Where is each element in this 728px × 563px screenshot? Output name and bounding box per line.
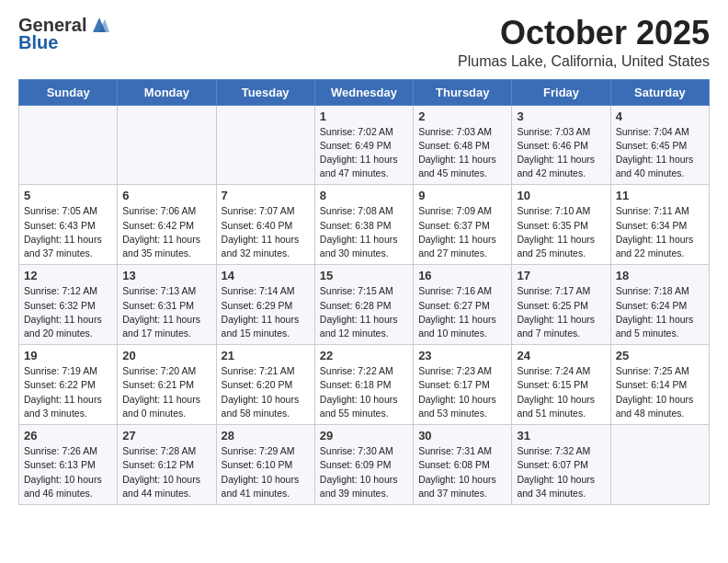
calendar-week-row: 19Sunrise: 7:19 AM Sunset: 6:22 PM Dayli… [19,345,710,425]
day-number: 30 [418,429,506,442]
logo: General Blue [18,15,109,53]
day-number: 14 [222,269,310,282]
day-info: Sunrise: 7:31 AM Sunset: 6:08 PM Dayligh… [418,444,506,500]
day-number: 4 [616,109,704,123]
day-number: 17 [517,269,605,282]
calendar-cell: 13Sunrise: 7:13 AM Sunset: 6:31 PM Dayli… [118,265,216,345]
calendar-table: SundayMondayTuesdayWednesdayThursdayFrid… [18,79,710,505]
day-number: 2 [418,109,506,123]
calendar-cell: 19Sunrise: 7:19 AM Sunset: 6:22 PM Dayli… [19,345,118,425]
calendar-cell [610,425,709,505]
day-info: Sunrise: 7:08 AM Sunset: 6:38 PM Dayligh… [320,204,408,260]
day-number: 8 [320,189,408,202]
day-number: 29 [320,429,408,442]
day-number: 11 [616,189,704,202]
logo-blue: Blue [18,32,58,53]
calendar-cell [118,105,216,185]
day-info: Sunrise: 7:25 AM Sunset: 6:14 PM Dayligh… [616,364,704,420]
day-info: Sunrise: 7:05 AM Sunset: 6:43 PM Dayligh… [24,204,112,260]
day-info: Sunrise: 7:14 AM Sunset: 6:29 PM Dayligh… [222,284,310,340]
calendar-cell: 7Sunrise: 7:07 AM Sunset: 6:40 PM Daylig… [216,185,314,265]
day-info: Sunrise: 7:13 AM Sunset: 6:31 PM Dayligh… [122,284,210,340]
calendar-cell: 17Sunrise: 7:17 AM Sunset: 6:25 PM Dayli… [512,265,610,345]
calendar-cell: 21Sunrise: 7:21 AM Sunset: 6:20 PM Dayli… [216,345,314,425]
day-number: 12 [24,269,112,282]
calendar-cell: 10Sunrise: 7:10 AM Sunset: 6:35 PM Dayli… [512,185,610,265]
day-info: Sunrise: 7:21 AM Sunset: 6:20 PM Dayligh… [222,364,310,420]
day-number: 28 [222,429,310,442]
day-info: Sunrise: 7:07 AM Sunset: 6:40 PM Dayligh… [222,204,310,260]
day-info: Sunrise: 7:02 AM Sunset: 6:49 PM Dayligh… [320,125,408,181]
calendar-cell: 6Sunrise: 7:06 AM Sunset: 6:42 PM Daylig… [118,185,216,265]
calendar-cell: 26Sunrise: 7:26 AM Sunset: 6:13 PM Dayli… [19,425,118,505]
day-of-week-header: Wednesday [314,79,413,105]
day-of-week-header: Friday [512,79,610,105]
day-of-week-header: Monday [118,79,216,105]
day-info: Sunrise: 7:16 AM Sunset: 6:27 PM Dayligh… [418,284,506,340]
day-info: Sunrise: 7:23 AM Sunset: 6:17 PM Dayligh… [418,364,506,420]
calendar-cell: 15Sunrise: 7:15 AM Sunset: 6:28 PM Dayli… [314,265,413,345]
calendar-cell: 9Sunrise: 7:09 AM Sunset: 6:37 PM Daylig… [414,185,512,265]
day-number: 21 [222,349,310,362]
day-of-week-header: Saturday [610,79,709,105]
calendar-cell: 29Sunrise: 7:30 AM Sunset: 6:09 PM Dayli… [314,425,413,505]
day-info: Sunrise: 7:12 AM Sunset: 6:32 PM Dayligh… [24,284,112,340]
day-info: Sunrise: 7:29 AM Sunset: 6:10 PM Dayligh… [222,444,310,500]
calendar-cell: 24Sunrise: 7:24 AM Sunset: 6:15 PM Dayli… [512,345,610,425]
day-info: Sunrise: 7:28 AM Sunset: 6:12 PM Dayligh… [122,444,210,500]
month-title: October 2025 [458,15,710,52]
day-of-week-header: Tuesday [216,79,314,105]
day-info: Sunrise: 7:32 AM Sunset: 6:07 PM Dayligh… [517,444,605,500]
day-info: Sunrise: 7:22 AM Sunset: 6:18 PM Dayligh… [320,364,408,420]
calendar-week-row: 5Sunrise: 7:05 AM Sunset: 6:43 PM Daylig… [19,185,710,265]
calendar-cell: 12Sunrise: 7:12 AM Sunset: 6:32 PM Dayli… [19,265,118,345]
day-info: Sunrise: 7:18 AM Sunset: 6:24 PM Dayligh… [616,284,704,340]
calendar-cell: 2Sunrise: 7:03 AM Sunset: 6:48 PM Daylig… [414,105,512,185]
day-info: Sunrise: 7:04 AM Sunset: 6:45 PM Dayligh… [616,125,704,181]
day-info: Sunrise: 7:30 AM Sunset: 6:09 PM Dayligh… [320,444,408,500]
day-of-week-header: Sunday [19,79,118,105]
day-number: 3 [517,109,605,123]
day-number: 23 [418,349,506,362]
day-number: 10 [517,189,605,202]
day-number: 24 [517,349,605,362]
day-info: Sunrise: 7:09 AM Sunset: 6:37 PM Dayligh… [418,204,506,260]
day-info: Sunrise: 7:10 AM Sunset: 6:35 PM Dayligh… [517,204,605,260]
day-info: Sunrise: 7:20 AM Sunset: 6:21 PM Dayligh… [122,364,210,420]
day-number: 22 [320,349,408,362]
day-info: Sunrise: 7:03 AM Sunset: 6:48 PM Dayligh… [418,125,506,181]
calendar-week-row: 1Sunrise: 7:02 AM Sunset: 6:49 PM Daylig… [19,105,710,185]
day-info: Sunrise: 7:11 AM Sunset: 6:34 PM Dayligh… [616,204,704,260]
day-info: Sunrise: 7:26 AM Sunset: 6:13 PM Dayligh… [24,444,112,500]
day-number: 15 [320,269,408,282]
calendar-week-row: 12Sunrise: 7:12 AM Sunset: 6:32 PM Dayli… [19,265,710,345]
page-container: General Blue October 2025 Plumas Lake, C… [0,0,728,520]
calendar-cell: 30Sunrise: 7:31 AM Sunset: 6:08 PM Dayli… [414,425,512,505]
calendar-cell: 3Sunrise: 7:03 AM Sunset: 6:46 PM Daylig… [512,105,610,185]
calendar-cell: 23Sunrise: 7:23 AM Sunset: 6:17 PM Dayli… [414,345,512,425]
calendar-cell: 16Sunrise: 7:16 AM Sunset: 6:27 PM Dayli… [414,265,512,345]
calendar-cell: 14Sunrise: 7:14 AM Sunset: 6:29 PM Dayli… [216,265,314,345]
subtitle: Plumas Lake, California, United States [458,53,710,70]
day-info: Sunrise: 7:17 AM Sunset: 6:25 PM Dayligh… [517,284,605,340]
logo-icon [89,16,109,34]
day-number: 27 [122,429,210,442]
calendar-cell: 11Sunrise: 7:11 AM Sunset: 6:34 PM Dayli… [610,185,709,265]
calendar-cell [19,105,118,185]
calendar-cell [216,105,314,185]
calendar-cell: 20Sunrise: 7:20 AM Sunset: 6:21 PM Dayli… [118,345,216,425]
calendar-cell: 28Sunrise: 7:29 AM Sunset: 6:10 PM Dayli… [216,425,314,505]
header: General Blue October 2025 Plumas Lake, C… [18,15,710,70]
day-info: Sunrise: 7:19 AM Sunset: 6:22 PM Dayligh… [24,364,112,420]
calendar-cell: 27Sunrise: 7:28 AM Sunset: 6:12 PM Dayli… [118,425,216,505]
calendar-header-row: SundayMondayTuesdayWednesdayThursdayFrid… [19,79,710,105]
day-info: Sunrise: 7:24 AM Sunset: 6:15 PM Dayligh… [517,364,605,420]
calendar-cell: 1Sunrise: 7:02 AM Sunset: 6:49 PM Daylig… [314,105,413,185]
day-info: Sunrise: 7:06 AM Sunset: 6:42 PM Dayligh… [122,204,210,260]
calendar-cell: 5Sunrise: 7:05 AM Sunset: 6:43 PM Daylig… [19,185,118,265]
day-number: 16 [418,269,506,282]
day-number: 26 [24,429,112,442]
day-info: Sunrise: 7:03 AM Sunset: 6:46 PM Dayligh… [517,125,605,181]
day-number: 25 [616,349,704,362]
calendar-cell: 22Sunrise: 7:22 AM Sunset: 6:18 PM Dayli… [314,345,413,425]
